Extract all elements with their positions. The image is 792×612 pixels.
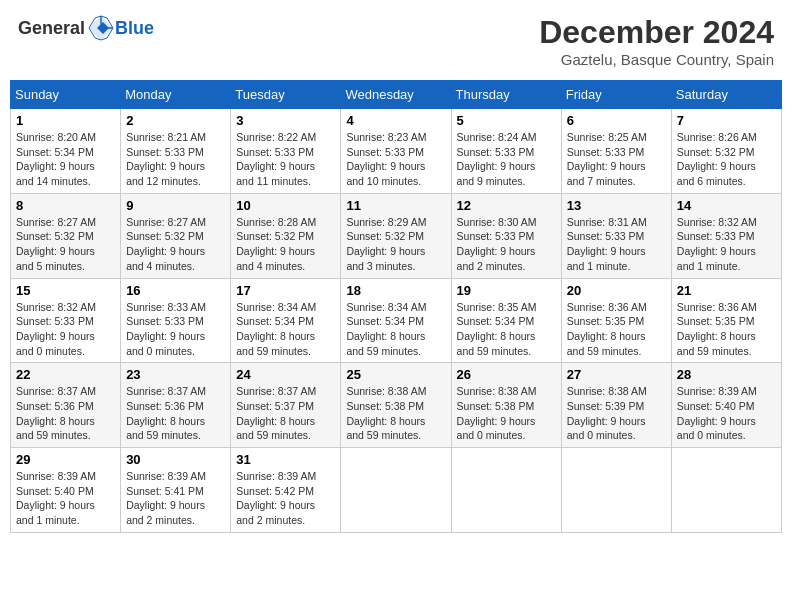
day-number: 8 bbox=[16, 198, 115, 213]
day-info: Sunrise: 8:37 AMSunset: 5:37 PMDaylight:… bbox=[236, 384, 335, 443]
day-cell-8: 8Sunrise: 8:27 AMSunset: 5:32 PMDaylight… bbox=[11, 193, 121, 278]
day-number: 23 bbox=[126, 367, 225, 382]
empty-cell bbox=[561, 448, 671, 533]
day-number: 27 bbox=[567, 367, 666, 382]
day-number: 13 bbox=[567, 198, 666, 213]
calendar-week-row: 1Sunrise: 8:20 AMSunset: 5:34 PMDaylight… bbox=[11, 109, 782, 194]
day-header-friday: Friday bbox=[561, 81, 671, 109]
day-number: 28 bbox=[677, 367, 776, 382]
day-header-monday: Monday bbox=[121, 81, 231, 109]
day-cell-15: 15Sunrise: 8:32 AMSunset: 5:33 PMDayligh… bbox=[11, 278, 121, 363]
day-cell-21: 21Sunrise: 8:36 AMSunset: 5:35 PMDayligh… bbox=[671, 278, 781, 363]
day-cell-28: 28Sunrise: 8:39 AMSunset: 5:40 PMDayligh… bbox=[671, 363, 781, 448]
empty-cell bbox=[671, 448, 781, 533]
day-cell-31: 31Sunrise: 8:39 AMSunset: 5:42 PMDayligh… bbox=[231, 448, 341, 533]
day-info: Sunrise: 8:26 AMSunset: 5:32 PMDaylight:… bbox=[677, 130, 776, 189]
day-header-thursday: Thursday bbox=[451, 81, 561, 109]
header-row: SundayMondayTuesdayWednesdayThursdayFrid… bbox=[11, 81, 782, 109]
day-cell-1: 1Sunrise: 8:20 AMSunset: 5:34 PMDaylight… bbox=[11, 109, 121, 194]
day-cell-2: 2Sunrise: 8:21 AMSunset: 5:33 PMDaylight… bbox=[121, 109, 231, 194]
day-info: Sunrise: 8:36 AMSunset: 5:35 PMDaylight:… bbox=[677, 300, 776, 359]
day-number: 7 bbox=[677, 113, 776, 128]
day-info: Sunrise: 8:21 AMSunset: 5:33 PMDaylight:… bbox=[126, 130, 225, 189]
day-info: Sunrise: 8:39 AMSunset: 5:40 PMDaylight:… bbox=[16, 469, 115, 528]
day-number: 3 bbox=[236, 113, 335, 128]
day-info: Sunrise: 8:25 AMSunset: 5:33 PMDaylight:… bbox=[567, 130, 666, 189]
day-header-sunday: Sunday bbox=[11, 81, 121, 109]
month-title: December 2024 bbox=[539, 14, 774, 51]
day-cell-3: 3Sunrise: 8:22 AMSunset: 5:33 PMDaylight… bbox=[231, 109, 341, 194]
day-cell-5: 5Sunrise: 8:24 AMSunset: 5:33 PMDaylight… bbox=[451, 109, 561, 194]
day-cell-17: 17Sunrise: 8:34 AMSunset: 5:34 PMDayligh… bbox=[231, 278, 341, 363]
calendar-week-row: 22Sunrise: 8:37 AMSunset: 5:36 PMDayligh… bbox=[11, 363, 782, 448]
empty-cell bbox=[451, 448, 561, 533]
logo: General Blue bbox=[18, 14, 154, 42]
page-header: General Blue December 2024 Gaztelu, Basq… bbox=[10, 10, 782, 72]
day-cell-30: 30Sunrise: 8:39 AMSunset: 5:41 PMDayligh… bbox=[121, 448, 231, 533]
day-number: 4 bbox=[346, 113, 445, 128]
day-number: 31 bbox=[236, 452, 335, 467]
day-info: Sunrise: 8:24 AMSunset: 5:33 PMDaylight:… bbox=[457, 130, 556, 189]
day-info: Sunrise: 8:39 AMSunset: 5:41 PMDaylight:… bbox=[126, 469, 225, 528]
day-cell-12: 12Sunrise: 8:30 AMSunset: 5:33 PMDayligh… bbox=[451, 193, 561, 278]
day-number: 15 bbox=[16, 283, 115, 298]
day-header-tuesday: Tuesday bbox=[231, 81, 341, 109]
day-info: Sunrise: 8:39 AMSunset: 5:42 PMDaylight:… bbox=[236, 469, 335, 528]
day-cell-16: 16Sunrise: 8:33 AMSunset: 5:33 PMDayligh… bbox=[121, 278, 231, 363]
day-info: Sunrise: 8:34 AMSunset: 5:34 PMDaylight:… bbox=[346, 300, 445, 359]
empty-cell bbox=[341, 448, 451, 533]
day-cell-24: 24Sunrise: 8:37 AMSunset: 5:37 PMDayligh… bbox=[231, 363, 341, 448]
day-info: Sunrise: 8:38 AMSunset: 5:38 PMDaylight:… bbox=[346, 384, 445, 443]
day-header-saturday: Saturday bbox=[671, 81, 781, 109]
logo-general-text: General bbox=[18, 18, 85, 39]
day-number: 12 bbox=[457, 198, 556, 213]
calendar-week-row: 15Sunrise: 8:32 AMSunset: 5:33 PMDayligh… bbox=[11, 278, 782, 363]
logo-blue-text: Blue bbox=[115, 18, 154, 39]
day-number: 29 bbox=[16, 452, 115, 467]
day-info: Sunrise: 8:27 AMSunset: 5:32 PMDaylight:… bbox=[16, 215, 115, 274]
day-cell-4: 4Sunrise: 8:23 AMSunset: 5:33 PMDaylight… bbox=[341, 109, 451, 194]
day-number: 30 bbox=[126, 452, 225, 467]
day-cell-6: 6Sunrise: 8:25 AMSunset: 5:33 PMDaylight… bbox=[561, 109, 671, 194]
day-number: 24 bbox=[236, 367, 335, 382]
day-info: Sunrise: 8:27 AMSunset: 5:32 PMDaylight:… bbox=[126, 215, 225, 274]
day-number: 22 bbox=[16, 367, 115, 382]
day-info: Sunrise: 8:33 AMSunset: 5:33 PMDaylight:… bbox=[126, 300, 225, 359]
day-info: Sunrise: 8:35 AMSunset: 5:34 PMDaylight:… bbox=[457, 300, 556, 359]
day-number: 5 bbox=[457, 113, 556, 128]
logo-icon bbox=[87, 14, 115, 42]
day-number: 16 bbox=[126, 283, 225, 298]
day-cell-19: 19Sunrise: 8:35 AMSunset: 5:34 PMDayligh… bbox=[451, 278, 561, 363]
day-cell-20: 20Sunrise: 8:36 AMSunset: 5:35 PMDayligh… bbox=[561, 278, 671, 363]
day-info: Sunrise: 8:39 AMSunset: 5:40 PMDaylight:… bbox=[677, 384, 776, 443]
day-info: Sunrise: 8:32 AMSunset: 5:33 PMDaylight:… bbox=[16, 300, 115, 359]
day-number: 25 bbox=[346, 367, 445, 382]
day-number: 21 bbox=[677, 283, 776, 298]
day-number: 1 bbox=[16, 113, 115, 128]
day-info: Sunrise: 8:38 AMSunset: 5:38 PMDaylight:… bbox=[457, 384, 556, 443]
location: Gaztelu, Basque Country, Spain bbox=[539, 51, 774, 68]
day-cell-26: 26Sunrise: 8:38 AMSunset: 5:38 PMDayligh… bbox=[451, 363, 561, 448]
day-info: Sunrise: 8:28 AMSunset: 5:32 PMDaylight:… bbox=[236, 215, 335, 274]
day-number: 26 bbox=[457, 367, 556, 382]
day-cell-13: 13Sunrise: 8:31 AMSunset: 5:33 PMDayligh… bbox=[561, 193, 671, 278]
day-number: 6 bbox=[567, 113, 666, 128]
day-info: Sunrise: 8:31 AMSunset: 5:33 PMDaylight:… bbox=[567, 215, 666, 274]
day-info: Sunrise: 8:36 AMSunset: 5:35 PMDaylight:… bbox=[567, 300, 666, 359]
calendar-table: SundayMondayTuesdayWednesdayThursdayFrid… bbox=[10, 80, 782, 533]
day-number: 17 bbox=[236, 283, 335, 298]
day-header-wednesday: Wednesday bbox=[341, 81, 451, 109]
day-number: 19 bbox=[457, 283, 556, 298]
day-cell-27: 27Sunrise: 8:38 AMSunset: 5:39 PMDayligh… bbox=[561, 363, 671, 448]
day-number: 20 bbox=[567, 283, 666, 298]
day-cell-14: 14Sunrise: 8:32 AMSunset: 5:33 PMDayligh… bbox=[671, 193, 781, 278]
day-info: Sunrise: 8:37 AMSunset: 5:36 PMDaylight:… bbox=[16, 384, 115, 443]
day-cell-25: 25Sunrise: 8:38 AMSunset: 5:38 PMDayligh… bbox=[341, 363, 451, 448]
day-cell-18: 18Sunrise: 8:34 AMSunset: 5:34 PMDayligh… bbox=[341, 278, 451, 363]
day-cell-9: 9Sunrise: 8:27 AMSunset: 5:32 PMDaylight… bbox=[121, 193, 231, 278]
day-cell-22: 22Sunrise: 8:37 AMSunset: 5:36 PMDayligh… bbox=[11, 363, 121, 448]
day-info: Sunrise: 8:32 AMSunset: 5:33 PMDaylight:… bbox=[677, 215, 776, 274]
day-info: Sunrise: 8:34 AMSunset: 5:34 PMDaylight:… bbox=[236, 300, 335, 359]
day-info: Sunrise: 8:22 AMSunset: 5:33 PMDaylight:… bbox=[236, 130, 335, 189]
day-info: Sunrise: 8:30 AMSunset: 5:33 PMDaylight:… bbox=[457, 215, 556, 274]
